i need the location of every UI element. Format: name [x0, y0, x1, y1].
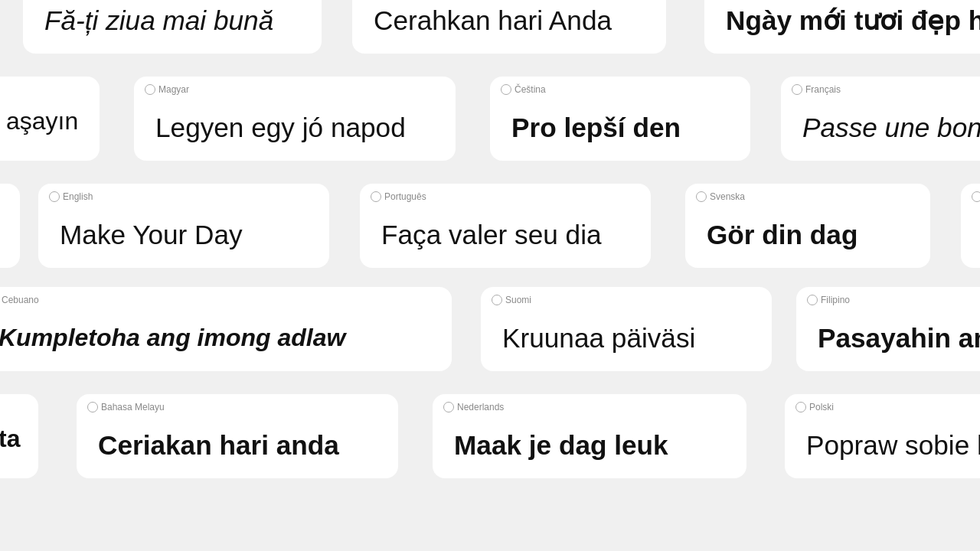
label-suomi: Suomi — [492, 295, 531, 305]
label-magyar: Magyar — [145, 84, 189, 95]
text-bahasa-melayu: Ceriakan hari anda — [98, 431, 377, 461]
card-de-overflow: DeV — [961, 184, 980, 268]
text-tieng-viet: Ngày mới tươi đẹp h — [726, 6, 980, 36]
card-overflow-left3 — [0, 184, 20, 268]
main-grid: RomânăFă-ți ziua mai bunăBahasa Indonesi… — [0, 0, 980, 551]
label-dutch: Nederlands — [443, 402, 504, 412]
card-filipino: FilipinoPasayahin an — [796, 287, 980, 371]
text-polish: Popraw sobie h — [806, 431, 980, 461]
label-polish: Polski — [795, 402, 834, 412]
text-francais: Passe une bon — [802, 113, 980, 143]
card-portugues: PortuguêsFaça valer seu dia — [360, 184, 651, 268]
text-english: Make Your Day — [60, 220, 308, 250]
text-cestina: Pro lepší den — [511, 113, 729, 143]
card-tieng-viet: Tiếng ViệtNgày mới tươi đẹp h — [704, 0, 980, 54]
card-francais: FrançaisPasse une bon — [781, 77, 980, 161]
text-filipino: Pasayahin an — [818, 324, 980, 354]
label-filipino: Filipino — [807, 295, 850, 305]
text-portugues: Faça valer seu dia — [381, 220, 629, 250]
label-bahasa-melayu: Bahasa Melayu — [87, 402, 165, 412]
label-svenska: Svenska — [696, 191, 745, 202]
label-cestina: Čeština — [501, 84, 546, 95]
card-bahasa-indonesia: Bahasa IndonesiaCerahkan hari Anda — [352, 0, 666, 54]
card-overflow5: ta — [0, 394, 38, 478]
card-turkish-overflow: aşayın — [0, 77, 100, 161]
card-svenska: SvenskaGör din dag — [685, 184, 930, 268]
text-bahasa-indonesia: Cerahkan hari Anda — [374, 6, 645, 36]
card-magyar: MagyarLegyen egy jó napod — [134, 77, 456, 161]
card-cestina: ČeštinaPro lepší den — [490, 77, 750, 161]
label-portugues: Português — [371, 191, 426, 202]
text-overflow5: ta — [0, 425, 17, 452]
card-polish: PolskiPopraw sobie h — [785, 394, 980, 478]
card-romanian: RomânăFă-ți ziua mai bună — [23, 0, 322, 54]
card-dutch: NederlandsMaak je dag leuk — [433, 394, 746, 478]
label-de-overflow: De — [972, 191, 980, 202]
text-magyar: Legyen egy jó napod — [155, 113, 434, 143]
text-suomi: Kruunaa päiväsi — [502, 324, 750, 354]
label-francais: Français — [792, 84, 841, 95]
card-cebuano: CebuanoKumpletoha ang imong adlaw — [0, 287, 452, 371]
text-romanian: Fă-ți ziua mai bună — [44, 6, 300, 36]
card-bahasa-melayu: Bahasa MelayuCeriakan hari anda — [77, 394, 398, 478]
text-cebuano: Kumpletoha ang imong adlaw — [0, 324, 430, 351]
card-english: EnglishMake Your Day — [38, 184, 329, 268]
label-cebuano: Cebuano — [0, 295, 39, 305]
text-turkish-overflow: aşayın — [6, 108, 78, 135]
card-suomi: SuomiKruunaa päiväsi — [481, 287, 772, 371]
text-svenska: Gör din dag — [707, 220, 909, 250]
label-english: English — [49, 191, 93, 202]
text-dutch: Maak je dag leuk — [454, 431, 725, 461]
